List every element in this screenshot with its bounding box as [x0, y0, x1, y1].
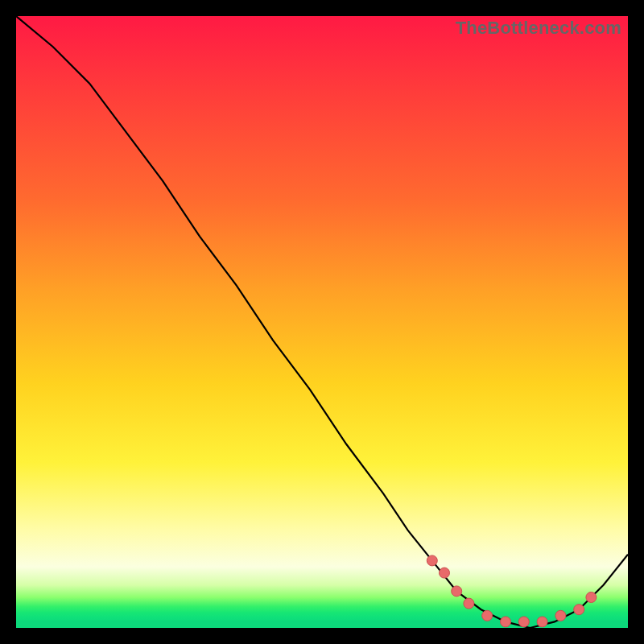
curve-layer — [16, 16, 628, 628]
marker-dot — [464, 598, 474, 609]
chart-frame: TheBottleneck.com — [0, 0, 644, 644]
marker-dot — [440, 568, 450, 578]
gradient-plot-area: TheBottleneck.com — [16, 16, 628, 628]
marker-dot — [452, 586, 462, 597]
bottleneck-curve — [16, 16, 628, 628]
marker-dot — [555, 610, 566, 621]
highlight-markers — [427, 555, 597, 627]
marker-dot — [518, 617, 529, 627]
marker-dot — [501, 617, 511, 627]
marker-dot — [537, 617, 547, 627]
marker-dot — [586, 592, 597, 603]
marker-dot — [574, 605, 584, 615]
marker-dot — [427, 555, 437, 566]
marker-dot — [482, 610, 493, 621]
